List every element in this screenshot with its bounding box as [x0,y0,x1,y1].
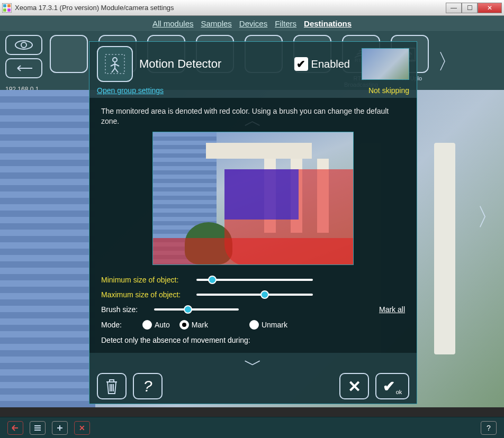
bottombar-add-button[interactable] [52,421,68,435]
window-titlebar: Xeoma 17.3.1 (Pro version) Module/camera… [0,0,504,16]
eye-button[interactable] [5,35,42,55]
mode-mark-radio[interactable] [179,320,189,330]
modules-scroll-right[interactable]: 〉 [437,47,449,76]
brush-size-label: Brush size: [101,305,149,314]
dialog-thumbnail[interactable] [362,48,409,80]
app-icon [2,3,12,13]
window-close-button[interactable]: ✕ [478,3,502,13]
mode-auto-radio[interactable] [142,320,152,330]
min-size-label: Minimum size of object: [101,276,191,284]
trash-icon [104,378,119,395]
svg-rect-1 [7,4,11,7]
max-size-thumb[interactable] [260,290,269,299]
max-size-slider[interactable] [196,294,313,296]
motion-detector-icon [97,46,133,82]
close-icon: ✕ [348,377,361,396]
tab-all-modules[interactable]: All modules [152,19,194,28]
mode-mark-label: Mark [192,321,208,329]
tab-samples[interactable]: Samples [201,19,231,28]
svg-rect-0 [3,4,6,7]
detection-zone-preview[interactable] [152,132,354,265]
dialog-title: Motion Detector [139,57,221,71]
window-title: Xeoma 17.3.1 (Pro version) Module/camera… [15,4,446,12]
help-button[interactable]: ? [133,373,163,399]
tab-destinations[interactable]: Destinations [304,19,352,28]
cancel-button[interactable]: ✕ [339,373,369,399]
enabled-checkbox[interactable]: ✔ [294,57,308,71]
svg-rect-2 [3,8,6,12]
max-size-label: Maximum size of object: [101,290,191,299]
window-minimize-button[interactable]: — [446,3,462,13]
min-size-thumb[interactable] [208,276,217,284]
question-icon: ? [487,424,491,432]
description-text: The monitored area is denoted with red c… [101,106,405,126]
window-maximize-button[interactable]: ☐ [462,3,478,13]
brush-size-thumb[interactable] [184,305,192,314]
mode-label: Mode: [101,321,133,329]
detect-absence-label: Detect only the absence of movement duri… [101,336,250,344]
question-icon: ? [143,377,152,395]
bottombar-delete-button[interactable]: ✕ [74,421,90,435]
brush-size-slider[interactable] [154,308,239,311]
bottom-toolbar: ✕ ? [0,417,504,438]
delete-button[interactable] [97,373,127,399]
mode-unmark-radio[interactable] [249,320,259,330]
skipping-status: Not skipping [368,86,409,95]
bottombar-back-button[interactable] [7,421,23,435]
open-group-settings-link[interactable]: Open group settings [97,86,164,95]
motion-detector-dialog: Motion Detector ✔ Enabled ︿ Open group s… [89,41,417,404]
svg-point-10 [113,58,117,62]
ok-button[interactable]: ✔ ok [375,373,409,399]
svg-point-5 [21,42,26,48]
tab-filters[interactable]: Filters [275,19,296,28]
mode-unmark-label: Unmark [262,321,287,329]
bottombar-help-button[interactable]: ? [481,421,497,435]
bottombar-list-button[interactable] [30,421,46,435]
svg-rect-3 [7,8,11,12]
check-icon: ✔ [383,378,395,395]
tab-devices[interactable]: Devices [239,19,267,28]
mode-auto-label: Auto [155,321,170,329]
ok-label: ok [396,389,402,395]
mark-all-link[interactable]: Mark all [379,305,405,314]
enabled-label: Enabled [311,58,350,70]
module-box-1[interactable] [50,35,88,73]
nav-tabs: All modules Samples Devices Filters Dest… [0,16,504,32]
min-size-slider[interactable] [196,279,313,281]
back-button[interactable] [5,58,42,78]
page-scroll-right[interactable]: 〉 [476,201,501,234]
